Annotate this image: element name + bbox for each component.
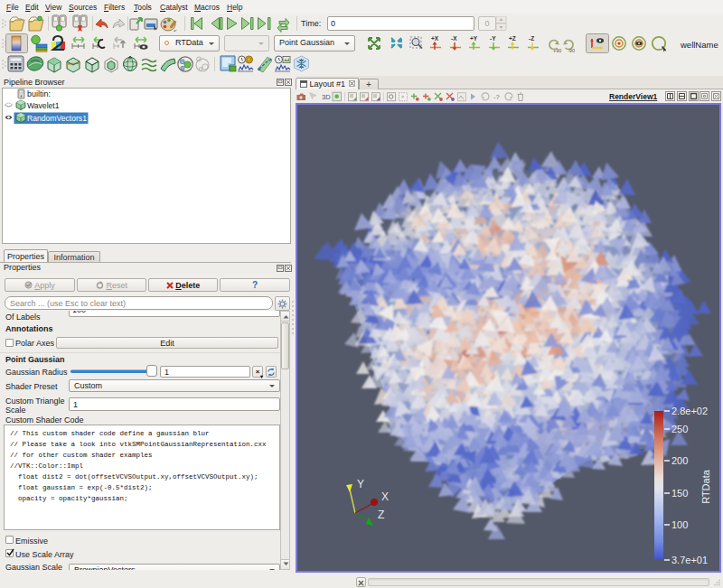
svg-text:-Y: -Y	[490, 35, 496, 42]
svg-text:100: 100	[671, 519, 688, 530]
svg-text:builtin:: builtin:	[27, 89, 51, 98]
svg-text:RTData: RTData	[700, 469, 711, 504]
svg-text:Y: Y	[357, 478, 364, 490]
svg-text:-?: -?	[493, 93, 500, 101]
svg-text:-90: -90	[568, 48, 575, 53]
svg-text:RandomVectors1: RandomVectors1	[27, 114, 87, 123]
svg-text:2.8e+02: 2.8e+02	[671, 406, 708, 416]
svg-text:-X: -X	[451, 35, 457, 42]
svg-text:+X: +X	[431, 35, 439, 42]
svg-text:200: 200	[671, 455, 688, 466]
svg-text:3.7e+01: 3.7e+01	[671, 555, 708, 565]
svg-text:-Z: -Z	[529, 35, 534, 42]
svg-text:+90: +90	[553, 48, 561, 53]
svg-text:Wavelet1: Wavelet1	[27, 101, 60, 110]
svg-text:+Z: +Z	[509, 35, 516, 42]
svg-text:150: 150	[671, 488, 688, 499]
svg-text:RenderView1: RenderView1	[609, 92, 658, 101]
svg-text:250: 250	[671, 424, 688, 434]
svg-text:Z: Z	[378, 509, 384, 521]
svg-text:X: X	[381, 490, 389, 503]
svg-text:+Y: +Y	[470, 35, 478, 42]
svg-text:3D: 3D	[322, 93, 331, 101]
